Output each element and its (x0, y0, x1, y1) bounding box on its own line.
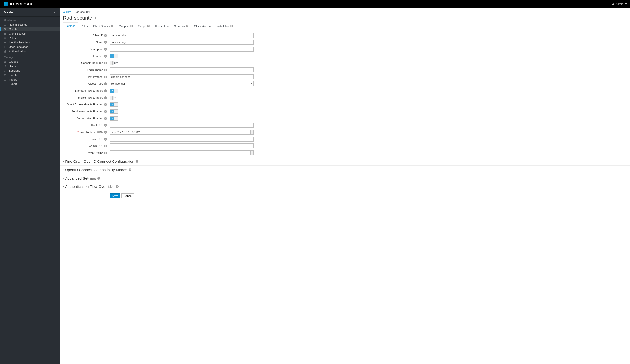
collapsible-fine-grain[interactable]: ›Fine Grain OpenID Connect Configuration… (60, 157, 630, 166)
collapsible-advanced[interactable]: ›Advanced Settings? (60, 174, 630, 182)
help-icon[interactable]: ? (128, 169, 131, 171)
scopes-icon (4, 32, 7, 35)
name-input[interactable] (110, 40, 254, 45)
label-description: Description? (63, 48, 110, 51)
breadcrumb-current: rad-security (76, 10, 90, 13)
help-icon[interactable]: ? (104, 124, 107, 127)
tab-client-scopes[interactable]: Client Scopes? (90, 22, 116, 29)
base-url-input[interactable] (110, 137, 254, 142)
web-origins-input[interactable] (110, 150, 251, 155)
help-icon[interactable]: ? (104, 34, 107, 37)
sidebar-item-clients[interactable]: Clients (0, 27, 60, 31)
service-accounts-toggle[interactable]: ONOFF (110, 109, 118, 114)
enabled-toggle[interactable]: ONOFF (110, 54, 118, 58)
sidebar: Master Configure Realm Settings Clients … (0, 8, 60, 364)
add-redirect-button[interactable]: + (251, 130, 254, 135)
sidebar-item-identity-providers[interactable]: Identity Providers (0, 40, 60, 45)
trash-icon[interactable] (94, 16, 97, 19)
help-icon[interactable]: ? (130, 25, 133, 27)
help-icon[interactable]: ? (104, 138, 107, 141)
help-icon[interactable]: ? (230, 25, 233, 27)
help-icon[interactable]: ? (104, 103, 107, 106)
implicit-flow-toggle[interactable]: ONOFF (110, 96, 118, 100)
help-icon[interactable]: ? (147, 25, 150, 27)
label-admin-url: Admin URL? (63, 145, 110, 148)
sidebar-item-client-scopes[interactable]: Client Scopes (0, 31, 60, 36)
help-icon[interactable]: ? (104, 89, 107, 92)
sidebar-item-sessions[interactable]: Sessions (0, 68, 60, 73)
login-theme-select[interactable] (110, 67, 254, 72)
collapsible-auth-flow[interactable]: ›Authentication Flow Overrides? (60, 182, 630, 191)
client-protocol-select[interactable]: openid-connect (110, 74, 254, 79)
tab-offline-access[interactable]: Offline Access (191, 22, 214, 29)
groups-icon (4, 60, 7, 63)
help-icon[interactable]: ? (116, 185, 119, 188)
consent-required-toggle[interactable]: ONOFF (110, 61, 118, 65)
label-web-origins: Web Origins? (63, 151, 110, 154)
form-buttons: Save Cancel (60, 191, 630, 198)
admin-url-input[interactable] (110, 144, 254, 148)
logo[interactable]: KEYCLOAK (4, 2, 33, 6)
description-input[interactable] (110, 47, 254, 52)
client-id-input[interactable] (110, 33, 254, 38)
help-icon[interactable]: ? (111, 25, 114, 27)
sidebar-item-groups[interactable]: Groups (0, 59, 60, 64)
breadcrumb-clients[interactable]: Clients (63, 10, 71, 13)
label-valid-redirect: *Valid Redirect URIs? (63, 131, 110, 134)
valid-redirect-input[interactable] (110, 130, 251, 135)
chevron-right-icon: › (63, 185, 64, 188)
tab-mappers[interactable]: Mappers? (116, 22, 136, 29)
sidebar-item-users[interactable]: Users (0, 64, 60, 68)
topbar: KEYCLOAK Admin (0, 0, 630, 8)
tab-installation[interactable]: Installation? (214, 22, 236, 29)
tab-scope[interactable]: Scope? (136, 22, 152, 29)
sidebar-item-realm-settings[interactable]: Realm Settings (0, 22, 60, 27)
chevron-down-icon (54, 11, 56, 13)
idp-icon (4, 41, 7, 44)
breadcrumb-separator: › (73, 10, 74, 13)
help-icon[interactable]: ? (104, 55, 107, 57)
help-icon[interactable]: ? (104, 152, 107, 154)
standard-flow-toggle[interactable]: ONOFF (110, 89, 118, 93)
help-icon[interactable]: ? (104, 69, 107, 71)
label-base-url: Base URL? (63, 138, 110, 141)
root-url-input[interactable] (110, 123, 254, 128)
cancel-button[interactable]: Cancel (122, 193, 134, 198)
tab-sessions[interactable]: Sessions? (171, 22, 191, 29)
sidebar-item-events[interactable]: Events (0, 73, 60, 77)
direct-access-toggle[interactable]: ONOFF (110, 102, 118, 107)
label-login-theme: Login Theme? (63, 68, 110, 71)
help-icon[interactable]: ? (98, 177, 100, 180)
help-icon[interactable]: ? (104, 48, 107, 51)
help-icon[interactable]: ? (104, 76, 107, 78)
authorization-toggle[interactable]: ONOFF (110, 116, 118, 121)
sidebar-item-authentication[interactable]: Authentication (0, 49, 60, 54)
save-button[interactable]: Save (110, 193, 120, 198)
help-icon[interactable]: ? (186, 25, 188, 27)
sidebar-item-import[interactable]: Import (0, 77, 60, 82)
tab-roles[interactable]: Roles (78, 22, 90, 29)
sidebar-item-roles[interactable]: Roles (0, 36, 60, 40)
label-standard-flow: Standard Flow Enabled? (63, 89, 110, 92)
collapsible-compat-modes[interactable]: ›OpenID Connect Compatibility Modes? (60, 166, 630, 174)
help-icon[interactable]: ? (104, 117, 107, 120)
help-icon[interactable]: ? (104, 62, 107, 64)
access-type-select[interactable]: confidential (110, 81, 254, 86)
logo-text: KEYCLOAK (10, 2, 33, 6)
help-icon[interactable]: ? (104, 96, 107, 99)
label-enabled: Enabled? (63, 55, 110, 57)
tab-settings[interactable]: Settings (63, 22, 78, 29)
help-icon[interactable]: ? (104, 82, 107, 85)
sidebar-item-user-federation[interactable]: User Federation (0, 45, 60, 49)
sidebar-item-export[interactable]: Export (0, 82, 60, 86)
admin-dropdown[interactable]: Admin (609, 0, 627, 8)
help-icon[interactable]: ? (104, 110, 107, 113)
tab-revocation[interactable]: Revocation (152, 22, 171, 29)
help-icon[interactable]: ? (104, 145, 107, 148)
export-icon (4, 83, 7, 85)
help-icon[interactable]: ? (104, 131, 107, 134)
realm-selector[interactable]: Master (0, 8, 60, 16)
add-web-origin-button[interactable]: + (251, 150, 254, 155)
help-icon[interactable]: ? (104, 41, 107, 44)
help-icon[interactable]: ? (136, 160, 138, 163)
